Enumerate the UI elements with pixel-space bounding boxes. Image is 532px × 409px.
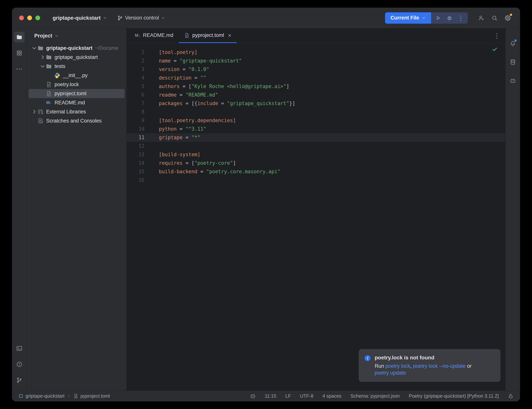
project-tool-button[interactable]: [14, 32, 25, 42]
chevron-down-icon[interactable]: [31, 45, 37, 51]
code-line-15[interactable]: 15build-backend = "poetry.core.masonry.a…: [127, 167, 505, 176]
line-number[interactable]: 2: [127, 57, 151, 65]
line-number[interactable]: 6: [127, 91, 151, 99]
tree-item-init-py[interactable]: __init__.py: [28, 71, 125, 80]
indent-style-label: 4 spaces: [322, 393, 341, 399]
more-tools-button[interactable]: ⋯: [14, 64, 25, 74]
code-line-9[interactable]: 9[tool.poetry.dependencies]: [127, 116, 505, 125]
file-encoding[interactable]: UTF-8: [300, 393, 313, 399]
code-line-11[interactable]: 11griptape = "*": [127, 133, 505, 142]
line-number[interactable]: 3: [127, 65, 151, 74]
code-line-10[interactable]: 10python = "^3.11": [127, 125, 505, 133]
code-line-13[interactable]: 13[build-system]: [127, 150, 505, 159]
zoom-window-button[interactable]: [35, 16, 40, 20]
tree-item-path-suffix: ~/Docume: [95, 45, 119, 51]
json-schema[interactable]: Schema: pyproject.json: [350, 393, 400, 399]
inspections-ok-icon[interactable]: [491, 46, 498, 53]
tab-bar: M↓README.mdpyproject.toml× ⋮: [127, 28, 505, 43]
breadcrumb-item-griptape-quickstart[interactable]: griptape-quickstart: [18, 393, 64, 399]
json-schema-label: Schema: pyproject.json: [350, 393, 400, 399]
line-number[interactable]: 7: [127, 99, 151, 108]
readonly-toggle[interactable]: [508, 393, 514, 399]
breadcrumb-item-pyproject-toml[interactable]: pyproject.toml: [73, 393, 110, 399]
indent-style[interactable]: 4 spaces: [322, 393, 341, 399]
run-more-button[interactable]: ⋮: [456, 13, 466, 23]
code-line-16[interactable]: 16: [127, 176, 505, 185]
close-tab-icon[interactable]: ×: [228, 32, 231, 38]
line-number[interactable]: 13: [127, 150, 151, 159]
line-number[interactable]: 5: [127, 82, 151, 91]
code-line-6[interactable]: 6readme = "README.md": [127, 91, 505, 99]
code-editor[interactable]: 1[tool.poetry]2name = "griptape-quicksta…: [127, 43, 505, 390]
code-line-12[interactable]: 12: [127, 142, 505, 150]
code-line-3[interactable]: 3version = "0.1.0": [127, 65, 505, 74]
tree-item-external-libraries[interactable]: External Libraries: [28, 107, 125, 116]
code-line-4[interactable]: 4description = "": [127, 74, 505, 82]
structure-tool-button[interactable]: [14, 48, 25, 58]
line-number[interactable]: 14: [127, 159, 151, 167]
python-interpreter[interactable]: Poetry (griptape-quickstart) [Python 3.1…: [409, 393, 499, 399]
run-actions: ⋮: [431, 12, 468, 24]
debug-button[interactable]: [444, 13, 455, 23]
vcs-widget[interactable]: Version control: [115, 13, 168, 23]
code-line-content: [151, 176, 159, 185]
caret-position-label: 11:15: [265, 393, 276, 399]
chevron-right-icon[interactable]: [31, 109, 37, 115]
run-button[interactable]: [433, 13, 443, 23]
line-number[interactable]: 16: [127, 176, 151, 185]
notification-link-poetry-lock[interactable]: poetry lock: [385, 363, 410, 369]
chevron-right-icon[interactable]: [40, 54, 46, 60]
main-area: ⋯ Project griptape-quickstart~/Documegri…: [12, 28, 520, 390]
tab-readme-md[interactable]: M↓README.md: [129, 28, 179, 43]
code-line-8[interactable]: 8: [127, 108, 505, 116]
more-icon: ⋯: [16, 65, 23, 73]
settings-button[interactable]: [503, 13, 513, 23]
notifications-button[interactable]: [508, 38, 518, 49]
tree-item-label: poetry.lock: [55, 82, 79, 87]
line-number[interactable]: 9: [127, 116, 151, 125]
code-line-2[interactable]: 2name = "griptape-quickstart": [127, 57, 505, 65]
search-everywhere-button[interactable]: [489, 13, 500, 23]
ai-assistant-button[interactable]: [508, 75, 518, 86]
tree-item-label: External Libraries: [46, 109, 86, 115]
line-number[interactable]: 15: [127, 167, 151, 176]
line-number[interactable]: 4: [127, 74, 151, 82]
minimize-window-button[interactable]: [27, 16, 32, 20]
line-separator[interactable]: LF: [285, 393, 291, 399]
tree-item-tests[interactable]: tests: [28, 62, 125, 71]
code-line-1[interactable]: 1[tool.poetry]: [127, 48, 505, 57]
tree-item-pyproject-toml[interactable]: pyproject.toml: [28, 89, 125, 98]
line-number[interactable]: 8: [127, 108, 151, 116]
line-number[interactable]: 12: [127, 142, 151, 150]
database-icon: [510, 59, 516, 65]
add-user-button[interactable]: [476, 13, 486, 23]
chevron-down-icon[interactable]: [40, 63, 46, 69]
tab-pyproject-toml[interactable]: pyproject.toml×: [179, 28, 237, 43]
tree-item-griptape-quickstart-1[interactable]: griptape_quickstart: [28, 53, 125, 62]
code-line-14[interactable]: 14requires = ["poetry-core"]: [127, 159, 505, 167]
notification-link-poetry-lock-no-update[interactable]: poetry lock --no-update: [413, 363, 466, 369]
code-line-7[interactable]: 7packages = [{include = "griptape_quicks…: [127, 99, 505, 108]
project-selector[interactable]: griptape-quickstart: [50, 13, 110, 23]
project-panel-header[interactable]: Project: [27, 28, 127, 43]
tree-item-poetry-lock[interactable]: poetry.lock: [28, 80, 125, 89]
terminal-tool-button[interactable]: [14, 343, 25, 354]
commit-tool-button[interactable]: [14, 375, 25, 386]
line-number[interactable]: 11: [127, 133, 151, 142]
problems-tool-button[interactable]: [14, 359, 25, 370]
tab-label: README.md: [143, 32, 174, 38]
tab-options-button[interactable]: ⋮: [492, 31, 502, 41]
caret-position[interactable]: 11:15: [265, 393, 276, 399]
tree-item-readme-md[interactable]: M↓README.md: [28, 98, 125, 107]
run-configuration-selector[interactable]: Current File: [385, 12, 431, 24]
code-line-5[interactable]: 5authors = ["Kyle Roche <hello@griptape.…: [127, 82, 505, 91]
notification-link-poetry-update[interactable]: poetry update: [375, 370, 406, 376]
database-tool-button[interactable]: [508, 57, 518, 67]
line-number[interactable]: 1: [127, 48, 151, 57]
close-window-button[interactable]: [19, 16, 24, 20]
code-line-content: version = "0.1.0": [151, 65, 209, 74]
tree-item-griptape-quickstart[interactable]: griptape-quickstart~/Docume: [28, 44, 125, 53]
tree-item-scratches-and-consoles[interactable]: Scratches and Consoles: [28, 116, 125, 125]
line-number[interactable]: 10: [127, 125, 151, 133]
ai-assistant-widget[interactable]: [250, 393, 256, 399]
